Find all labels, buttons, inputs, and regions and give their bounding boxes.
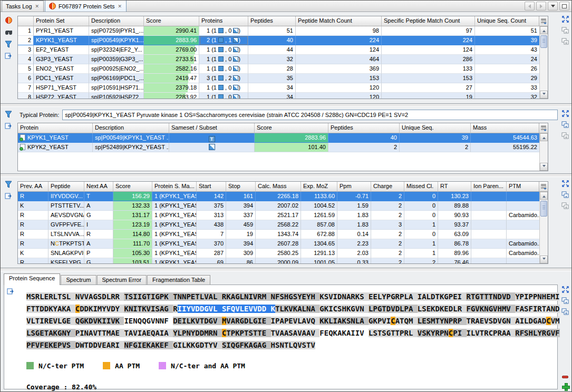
vertical-scrollbar[interactable]	[539, 133, 548, 171]
column-header[interactable]: Next AA	[84, 182, 113, 192]
column-header[interactable]	[18, 16, 34, 26]
export-icon[interactable]	[4, 122, 13, 131]
scroll-down-button[interactable]	[540, 163, 548, 171]
maximize-panel-icon[interactable]	[561, 109, 569, 117]
restore-window-button[interactable]	[559, 2, 569, 11]
tab-spectrum[interactable]: Spectrum	[61, 275, 96, 285]
proteins-cell[interactable]: 1 (1 , 0 )	[199, 26, 248, 36]
table-cell[interactable]: 33	[475, 83, 540, 93]
table-cell[interactable]	[471, 249, 507, 258]
scroll-down-button[interactable]	[540, 256, 548, 263]
column-header[interactable]: Ppm	[337, 182, 371, 192]
table-cell[interactable]	[471, 201, 507, 211]
proteins-cell[interactable]: 1 (1 , 0 )	[199, 64, 248, 74]
table-cell[interactable]: 2	[400, 143, 471, 152]
column-header[interactable]: Start	[197, 182, 226, 192]
column-header[interactable]: Peptides	[328, 123, 400, 133]
table-cell[interactable]: 3	[371, 220, 404, 230]
column-header[interactable]: Protein Set	[34, 16, 89, 26]
scroll-tabs-right-button[interactable]	[536, 2, 546, 11]
table-cell[interactable]: sp|P52489|KPYK2_YEAST ...	[93, 143, 169, 152]
peptide-cell[interactable]: LTSLNVVA...	[49, 230, 84, 239]
table-cell[interactable]: 369	[296, 64, 382, 74]
table-cell[interactable]: 2	[371, 230, 404, 239]
table-cell[interactable]: HSP72_YEAST	[34, 93, 89, 99]
table-cell[interactable]: 34	[248, 83, 296, 93]
table-cell[interactable]: 337	[226, 211, 256, 220]
column-header[interactable]: PTM	[507, 182, 540, 192]
column-header[interactable]: Description	[93, 123, 169, 133]
column-header[interactable]: Protein	[18, 123, 93, 133]
table-cell[interactable]: 2	[328, 143, 400, 152]
table-cell[interactable]: 1.83	[337, 220, 371, 230]
table-cell[interactable]: 375	[197, 201, 226, 211]
table-cell[interactable]: 89.88	[438, 201, 471, 211]
scroll-down-button[interactable]	[540, 91, 548, 99]
table-cell[interactable]: 90.93	[438, 211, 471, 220]
score-cell[interactable]: 105.30	[113, 249, 152, 258]
table-cell[interactable]: 153	[296, 74, 382, 83]
table-cell[interactable]: sp|P00925|ENO2_...	[89, 64, 144, 74]
export-icon[interactable]	[4, 52, 13, 61]
table-cell[interactable]	[471, 239, 507, 249]
score-cell[interactable]: 2990.41	[144, 26, 199, 36]
scroll-up-button[interactable]	[540, 133, 548, 141]
table-cell[interactable]: 89.96	[438, 249, 471, 258]
table-cell[interactable]: 2.23	[337, 239, 371, 249]
table-cell[interactable]: 34	[248, 93, 296, 99]
table-cell[interactable]: 55195.22	[471, 143, 540, 152]
detach-view-icon[interactable]	[561, 201, 569, 210]
table-cell[interactable]: 98	[296, 26, 382, 36]
maximize-panel-icon[interactable]	[561, 179, 569, 188]
table-cell[interactable]: 130.23	[438, 192, 471, 201]
table-cell[interactable]: 1	[404, 239, 438, 249]
table-cell[interactable]: 3	[18, 45, 34, 55]
table-cell[interactable]: 2580.25	[256, 249, 301, 258]
table-cell[interactable]: G3P3_YEAST	[34, 55, 89, 64]
table-cell[interactable]: 19	[226, 230, 256, 239]
peptide-row[interactable]: RLTSLNVVA...R114.801 (KPYK1_YEAST)719134…	[18, 230, 548, 239]
column-header[interactable]: Score	[255, 123, 328, 133]
table-cell[interactable]: 6	[18, 74, 34, 83]
table-cell[interactable]: 24	[475, 55, 540, 64]
table-cell[interactable]: 287	[197, 249, 226, 258]
table-cell[interactable]: 2	[371, 258, 404, 264]
protein-name-cell[interactable]: KPYK1_YEAST	[18, 133, 93, 143]
column-header[interactable]: Mass	[471, 123, 540, 133]
table-cell[interactable]: 2265.18	[256, 192, 301, 201]
protein-set-row[interactable]: 4G3P3_YEASTsp|P00359|G3P3_...2733.511 (1…	[18, 55, 548, 64]
table-cell[interactable]: Carbamido...	[507, 239, 540, 249]
score-cell[interactable]: 2419.47	[144, 74, 199, 83]
add-view-copy-icon[interactable]	[561, 190, 569, 199]
table-cell[interactable]: 438	[197, 220, 226, 230]
table-cell[interactable]: 1 (KPYK1_YEAST)	[152, 220, 197, 230]
table-cell[interactable]: EF2_YEAST	[34, 45, 89, 55]
column-chooser-button[interactable]	[539, 16, 548, 26]
add-view-copy-icon[interactable]	[561, 26, 569, 34]
table-cell[interactable]: 0.14	[337, 230, 371, 239]
scroll-up-button[interactable]	[540, 26, 548, 34]
score-cell[interactable]: 2883.96	[255, 133, 328, 143]
table-cell[interactable]: sp|P32324|EF2_Y...	[89, 45, 144, 55]
scroll-up-button[interactable]	[540, 192, 548, 200]
table-cell[interactable]: 133	[382, 64, 475, 74]
column-header[interactable]: Calc. Mass	[256, 182, 301, 192]
table-cell[interactable]: HSP71_YEAST	[34, 83, 89, 93]
score-cell[interactable]: 2379.18	[144, 83, 199, 93]
proteins-cell[interactable]: 1 (1 , 0 )	[199, 83, 248, 93]
table-cell[interactable]: Carbamido...	[507, 211, 540, 220]
table-cell[interactable]: R	[18, 230, 49, 239]
table-cell[interactable]: sp|P07259|PYR1_...	[89, 26, 144, 36]
table-cell[interactable]	[507, 192, 540, 201]
export-icon[interactable]	[6, 288, 15, 296]
table-cell[interactable]: G	[84, 258, 113, 264]
column-header[interactable]: RT	[438, 182, 471, 192]
table-cell[interactable]: sp|P10591|HSP71...	[89, 83, 144, 93]
proteins-cell[interactable]: 2 (1 , 1 )	[199, 36, 248, 45]
table-cell[interactable]: 161	[226, 192, 256, 201]
peptide-row[interactable]: KPTSTTETV...A132.331 (KPYK1_YEAST)375394…	[18, 201, 548, 211]
table-cell[interactable]: 0	[404, 201, 438, 211]
column-header[interactable]: Peptides	[248, 16, 296, 26]
column-header[interactable]: Unique Seq. Count	[475, 16, 540, 26]
scroll-tabs-left-button[interactable]	[525, 2, 535, 11]
